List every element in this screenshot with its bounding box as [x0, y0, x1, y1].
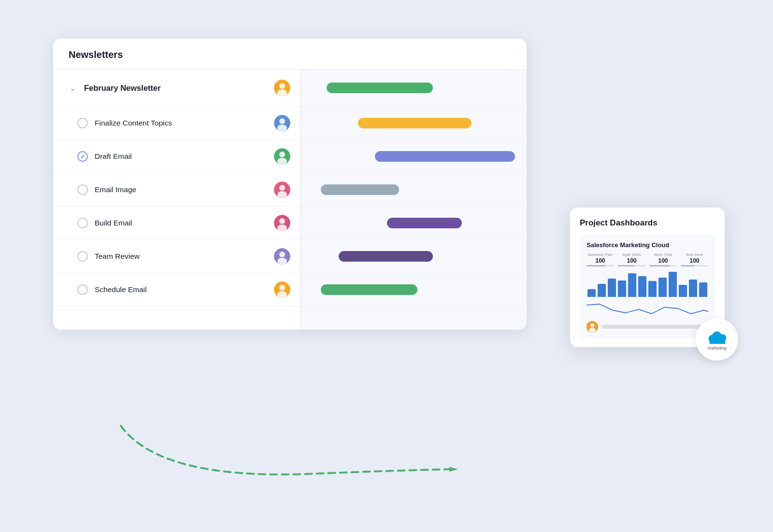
- task-cell: Finalize Content Topics: [63, 107, 300, 140]
- table-row[interactable]: Draft Email: [53, 140, 527, 173]
- svg-point-19: [279, 285, 285, 291]
- svg-point-13: [279, 218, 285, 224]
- gantt-bar: [321, 284, 417, 295]
- empty-row: [53, 307, 527, 330]
- task-name: Build Email: [95, 219, 267, 227]
- bar-item: [648, 281, 657, 297]
- line-chart: [587, 300, 708, 317]
- svg-point-23: [590, 323, 594, 327]
- dashboard-inner: Salesforce Marketing Cloud Business Plan…: [580, 235, 715, 338]
- salesforce-label: marketing: [707, 346, 727, 350]
- task-name: Email Image: [95, 185, 267, 194]
- project-dashboards-title: Project Dashboards: [580, 218, 715, 228]
- avatar: [274, 148, 290, 165]
- bar-item: [669, 272, 677, 297]
- dash-name-bar: [602, 325, 708, 329]
- avatar: [274, 115, 290, 131]
- task-cell: Team Review: [63, 240, 300, 273]
- svg-point-10: [279, 185, 285, 191]
- task-name: Finalize Content Topics: [95, 119, 267, 127]
- bar-item: [628, 273, 636, 297]
- chart-cell: [301, 173, 527, 206]
- svg-marker-21: [449, 467, 458, 472]
- svg-point-24: [589, 328, 596, 333]
- metric-value: 100: [618, 257, 645, 264]
- svg-point-14: [277, 224, 287, 231]
- table-row[interactable]: Build Email: [53, 207, 527, 240]
- metric-box: And more 100: [681, 252, 708, 266]
- metric-value: 100: [681, 257, 708, 264]
- table-row[interactable]: Team Review: [53, 240, 527, 273]
- salesforce-cloud-icon: [706, 328, 728, 345]
- metric-value: 100: [587, 257, 614, 264]
- gantt-bar: [387, 218, 462, 228]
- task-cell: Build Email: [63, 207, 300, 239]
- gantt-bar: [327, 83, 433, 93]
- task-name: Team Review: [95, 252, 267, 261]
- svg-point-8: [277, 158, 287, 165]
- check-circle-unchecked[interactable]: [77, 251, 88, 262]
- check-circle-unchecked[interactable]: [77, 184, 88, 195]
- chevron-down-icon: ⌄: [68, 84, 77, 93]
- check-circle-unchecked[interactable]: [77, 218, 88, 228]
- task-name: Draft Email: [95, 152, 267, 161]
- gantt-bar: [339, 251, 433, 262]
- bar-item: [608, 279, 616, 297]
- avatar: [274, 281, 290, 298]
- gantt-bar: [321, 184, 399, 195]
- chart-cell: [301, 70, 527, 106]
- metric-box: Business Plan 100: [587, 252, 614, 266]
- avatar: [274, 215, 290, 231]
- task-cell: Draft Email: [63, 140, 300, 173]
- task-name: Schedule Email: [95, 285, 267, 294]
- dash-avatar: [587, 321, 598, 333]
- svg-point-5: [277, 125, 287, 131]
- task-cell: Email Image: [63, 173, 300, 206]
- check-circle-checked[interactable]: [77, 151, 88, 162]
- table-row[interactable]: Email Image: [53, 173, 527, 207]
- bar-item: [587, 289, 596, 297]
- bar-item: [679, 285, 687, 297]
- metric-value: 100: [649, 257, 677, 264]
- svg-point-11: [277, 191, 287, 198]
- bar-chart: [587, 270, 708, 297]
- newsletters-card: Newsletters ⌄ February Newsletter: [53, 39, 527, 330]
- gantt-table: ⌄ February Newsletter: [53, 70, 527, 330]
- task-cell: Schedule Email: [63, 273, 300, 306]
- dashboard-footer: [587, 321, 708, 333]
- line-chart-svg: [587, 300, 708, 317]
- table-row[interactable]: Schedule Email: [53, 273, 527, 307]
- svg-point-7: [279, 152, 285, 157]
- salesforce-badge: marketing: [696, 318, 738, 361]
- parent-task-cell: ⌄ February Newsletter: [53, 70, 300, 106]
- chart-cell: [301, 107, 527, 140]
- svg-point-17: [277, 258, 287, 265]
- chart-cell: [301, 240, 527, 273]
- bar-item: [598, 284, 606, 297]
- check-circle-unchecked[interactable]: [77, 118, 88, 128]
- metric-label: Agile Work: [618, 252, 645, 257]
- bar-item: [689, 280, 697, 297]
- dashboard-inner-title: Salesforce Marketing Cloud: [587, 241, 708, 249]
- bar-item: [638, 276, 646, 297]
- chart-cell: [301, 273, 527, 306]
- svg-point-4: [279, 118, 285, 124]
- parent-task-name: February Newsletter: [84, 84, 267, 93]
- bar-item: [618, 280, 626, 297]
- avatar: [274, 182, 290, 198]
- check-circle-unchecked[interactable]: [77, 284, 88, 295]
- chart-cell: [301, 140, 527, 173]
- gantt-bar: [375, 151, 515, 162]
- metric-label: Business Plan: [587, 252, 614, 257]
- dashed-arrow: [111, 416, 459, 479]
- avatar: [274, 80, 290, 96]
- svg-point-16: [279, 252, 285, 257]
- table-row[interactable]: Finalize Content Topics: [53, 107, 527, 140]
- metric-box: Work Time 100: [649, 252, 677, 266]
- table-row[interactable]: ⌄ February Newsletter: [53, 70, 527, 107]
- gantt-bar: [358, 118, 472, 128]
- chart-cell: [301, 207, 527, 239]
- card-title: Newsletters: [69, 49, 123, 60]
- project-dashboards-card: Project Dashboards Salesforce Marketing …: [570, 208, 725, 347]
- svg-rect-29: [710, 338, 726, 344]
